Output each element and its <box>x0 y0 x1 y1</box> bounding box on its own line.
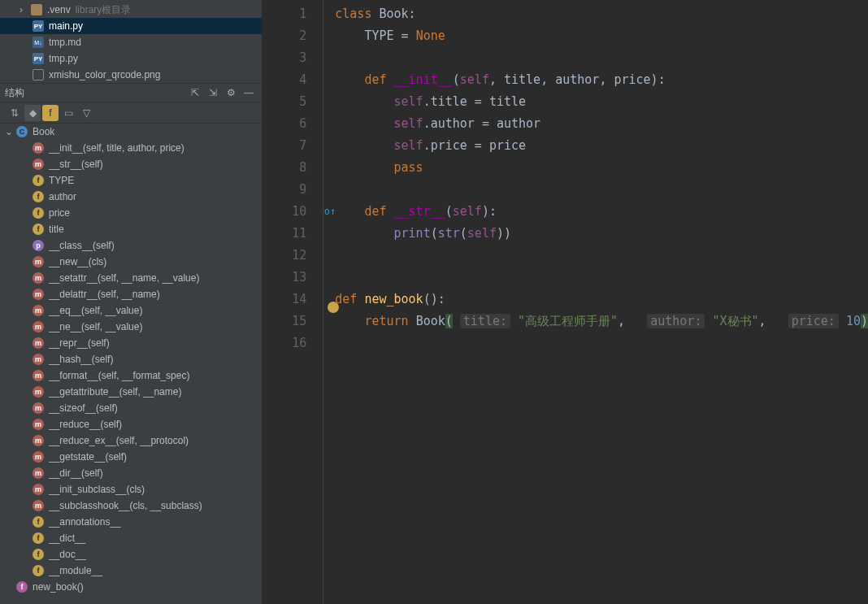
class-icon: C <box>16 126 28 137</box>
file-label: xmishu_color_qrcode.png <box>49 69 160 80</box>
chevron-down-icon: ⌄ <box>5 126 15 137</box>
method-icon: m <box>33 272 44 284</box>
sort-icon[interactable]: ⇅ <box>7 105 23 121</box>
structure-member[interactable]: m__getstate__(self) <box>0 449 262 465</box>
structure-member[interactable]: m__repr__(self) <box>0 335 262 351</box>
structure-member[interactable]: fTYPE <box>0 172 262 189</box>
structure-label: __hash__(self) <box>49 354 113 365</box>
line-number: 6 <box>262 113 306 135</box>
structure-member[interactable]: fprice <box>0 205 262 221</box>
file-label: .venv <box>47 4 71 15</box>
file-tmp-py[interactable]: PY tmp.py <box>0 50 262 67</box>
override-marker-icon[interactable]: o↑ <box>324 201 336 223</box>
structure-member[interactable]: m__format__(self, __format_spec) <box>0 367 262 384</box>
structure-label: __getstate__(self) <box>49 451 127 463</box>
structure-toolbar: ⇅ ◆ f ▭ ▽ <box>0 102 262 124</box>
line-number: 7 <box>262 135 306 157</box>
structure-label: author <box>49 191 76 202</box>
chevron-right-icon: › <box>20 4 29 15</box>
field-icon: f <box>33 549 44 560</box>
structure-member[interactable]: m__ne__(self, __value) <box>0 319 262 335</box>
code-area[interactable]: class Book: TYPE = None def __init__(sel… <box>323 0 868 604</box>
structure-label: __dir__(self) <box>49 467 103 479</box>
field-icon: f <box>33 207 44 219</box>
line-number: 5 <box>262 91 306 113</box>
file-main-py[interactable]: PY main.py <box>0 18 262 34</box>
autoscroll-icon[interactable]: ▽ <box>78 105 94 121</box>
structure-member[interactable]: m__str__(self) <box>0 156 262 172</box>
structure-member[interactable]: f__module__ <box>0 563 262 579</box>
project-tree[interactable]: › .venv library根目录 PY main.py M↓ tmp.md … <box>0 0 262 83</box>
structure-member[interactable]: m__init_subclass__(cls) <box>0 481 262 498</box>
line-number: 4 <box>262 69 306 91</box>
structure-tree[interactable]: ⌄ C Book m__init__(self, title, author, … <box>0 124 262 604</box>
line-number: 16 <box>262 332 306 354</box>
structure-member[interactable]: m__subclasshook__(cls, __subclass) <box>0 498 262 514</box>
left-panel: › .venv library根目录 PY main.py M↓ tmp.md … <box>0 0 262 604</box>
method-icon: m <box>33 289 44 300</box>
structure-member[interactable]: m__setattr__(self, __name, __value) <box>0 270 262 286</box>
method-icon: m <box>33 500 44 511</box>
field-icon: f <box>33 191 44 202</box>
structure-member[interactable]: f__dict__ <box>0 530 262 546</box>
flatten-icon[interactable]: ▭ <box>60 105 76 121</box>
structure-label: __dict__ <box>49 532 85 544</box>
code-editor[interactable]: 12345678910111213141516 o↑ class Book: T… <box>262 0 868 604</box>
folder-venv[interactable]: › .venv library根目录 <box>0 2 262 18</box>
field-icon: f <box>33 516 44 528</box>
file-image[interactable]: xmishu_color_qrcode.png <box>0 67 262 83</box>
filter-fields-icon[interactable]: f <box>42 105 59 121</box>
method-icon: m <box>33 484 44 495</box>
structure-class[interactable]: ⌄ C Book <box>0 124 262 140</box>
file-tmp-md[interactable]: M↓ tmp.md <box>0 34 262 50</box>
structure-label: __doc__ <box>49 549 86 560</box>
line-number: 3 <box>262 47 306 69</box>
image-file-icon <box>33 69 44 80</box>
structure-label: __init__(self, title, author, price) <box>49 142 184 154</box>
method-icon: m <box>33 402 44 414</box>
structure-label: price <box>49 207 70 219</box>
structure-label: __repr__(self) <box>49 337 110 349</box>
structure-member[interactable]: p__class__(self) <box>0 237 262 254</box>
minimize-icon[interactable]: — <box>241 85 257 101</box>
structure-label: __eq__(self, __value) <box>49 305 142 316</box>
method-icon: m <box>33 256 44 267</box>
filter-icon-1[interactable]: ◆ <box>24 105 41 121</box>
structure-member[interactable]: m__delattr__(self, __name) <box>0 286 262 302</box>
structure-member[interactable]: m__new__(cls) <box>0 254 262 270</box>
structure-member[interactable]: m__init__(self, title, author, price) <box>0 140 262 156</box>
field-icon: f <box>33 565 44 576</box>
structure-member[interactable]: m__getattribute__(self, __name) <box>0 384 262 400</box>
structure-member[interactable]: m__hash__(self) <box>0 351 262 367</box>
collapse-all-icon[interactable]: ⇲ <box>205 85 221 101</box>
structure-header: 结构 ⇱ ⇲ ⚙ — <box>0 83 262 102</box>
structure-label: __annotations__ <box>49 516 121 528</box>
gear-icon[interactable]: ⚙ <box>223 85 239 101</box>
expand-all-icon[interactable]: ⇱ <box>187 85 203 101</box>
method-icon: m <box>33 435 44 446</box>
structure-label: __reduce__(self) <box>49 419 122 430</box>
method-icon: m <box>33 419 44 430</box>
structure-member[interactable]: m__sizeof__(self) <box>0 400 262 416</box>
file-label: tmp.md <box>49 37 81 48</box>
markdown-file-icon: M↓ <box>33 37 44 48</box>
structure-label: __subclasshook__(cls, __subclass) <box>49 500 202 511</box>
line-number: 2 <box>262 25 306 47</box>
structure-member[interactable]: m__reduce__(self) <box>0 416 262 432</box>
structure-function[interactable]: f new_book() <box>0 579 262 595</box>
structure-member[interactable]: f__annotations__ <box>0 514 262 530</box>
line-gutter: 12345678910111213141516 o↑ <box>262 0 323 604</box>
structure-member[interactable]: m__eq__(self, __value) <box>0 302 262 319</box>
method-icon: m <box>33 159 44 170</box>
method-icon: m <box>33 354 44 365</box>
structure-member[interactable]: f__doc__ <box>0 546 262 563</box>
structure-member[interactable]: m__reduce_ex__(self, __protocol) <box>0 432 262 449</box>
structure-label: TYPE <box>49 175 74 186</box>
structure-label: Book <box>33 126 54 137</box>
method-icon: m <box>33 321 44 332</box>
method-icon: m <box>33 451 44 463</box>
structure-member[interactable]: fauthor <box>0 189 262 205</box>
structure-member[interactable]: ftitle <box>0 221 262 237</box>
method-icon: m <box>33 142 44 154</box>
structure-member[interactable]: m__dir__(self) <box>0 465 262 481</box>
